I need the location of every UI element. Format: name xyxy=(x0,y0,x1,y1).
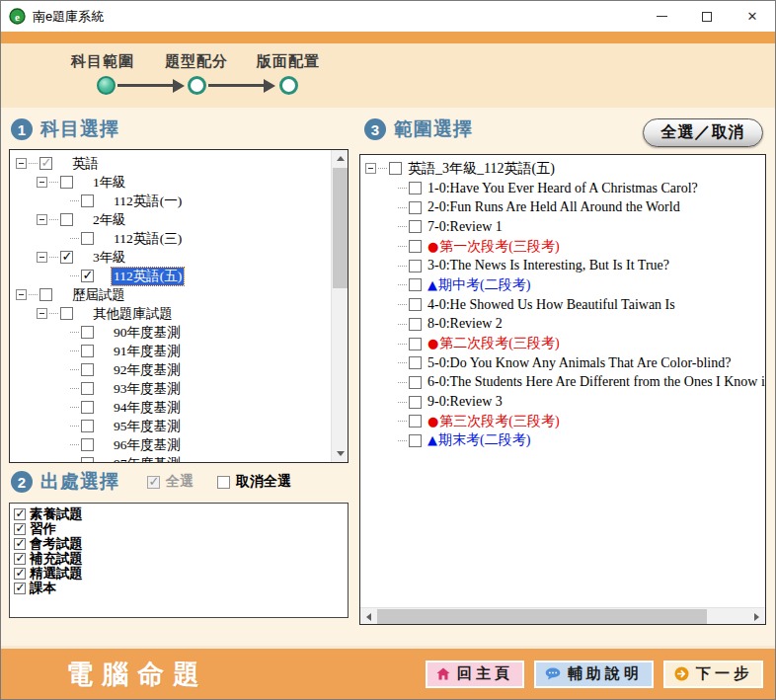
checkbox-empty-icon[interactable] xyxy=(409,278,422,291)
expander-minus-icon[interactable] xyxy=(37,252,47,263)
checkbox-checked-icon[interactable] xyxy=(14,568,26,580)
checkbox-empty-icon[interactable] xyxy=(409,338,422,350)
tree-item[interactable]: 97年度基測 xyxy=(10,454,331,462)
tree-item[interactable]: 91年度基測 xyxy=(10,342,331,360)
tree-item[interactable]: 112英語(三) xyxy=(10,229,331,248)
tree-item[interactable]: 2年級 xyxy=(10,210,331,229)
checkbox-empty-icon[interactable] xyxy=(81,326,94,339)
scroll-left-button[interactable] xyxy=(360,608,377,625)
tree-item[interactable]: 96年度基測 xyxy=(10,435,331,454)
tree-connector-line xyxy=(398,188,407,189)
next-step-button[interactable]: 下一步 xyxy=(663,661,763,688)
expander-minus-icon[interactable] xyxy=(365,163,376,174)
tree-item[interactable]: ●第二次段考(三段考) xyxy=(360,334,765,353)
subject-tree-scrollbar[interactable] xyxy=(331,150,348,462)
tree-item[interactable]: 8-0:Review 2 xyxy=(360,315,765,335)
tree-item[interactable]: ●第三次段考(三段考) xyxy=(360,412,765,431)
expander-minus-icon[interactable] xyxy=(16,158,27,169)
minimize-button[interactable] xyxy=(639,1,684,32)
source-list-item[interactable]: 精選試題 xyxy=(12,566,346,581)
tree-item[interactable]: 歷屆試題 xyxy=(10,285,331,304)
tree-item[interactable]: 95年度基測 xyxy=(10,417,331,435)
tree-item[interactable]: 7-0:Review 1 xyxy=(360,217,765,237)
close-button[interactable]: ✕ xyxy=(730,1,775,32)
tree-item[interactable]: 英語_3年級_112英語(五) xyxy=(360,159,765,179)
checkbox-empty-icon[interactable] xyxy=(60,307,73,320)
tree-item[interactable]: 112英語(一) xyxy=(10,192,331,210)
checkbox-empty-icon[interactable] xyxy=(409,376,422,389)
tree-item[interactable]: 其他題庫試題 xyxy=(10,304,331,323)
select-all-checkbox[interactable]: 全選 xyxy=(147,473,194,491)
expander-minus-icon[interactable] xyxy=(37,177,47,188)
scroll-up-button[interactable] xyxy=(332,150,349,167)
checkbox-checked-icon[interactable] xyxy=(14,583,26,594)
tree-item[interactable]: 英語 xyxy=(10,154,331,173)
tree-item[interactable]: ●第一次段考(三段考) xyxy=(360,237,765,257)
checkbox-checked-icon[interactable] xyxy=(81,270,94,282)
checkbox-checked-icon[interactable] xyxy=(14,538,26,550)
checkbox-empty-icon[interactable] xyxy=(409,318,422,331)
tree-item[interactable]: ▲期末考(二段考) xyxy=(360,431,765,451)
checkbox-empty-icon[interactable] xyxy=(81,401,94,414)
checkbox-checked-icon[interactable] xyxy=(14,523,26,535)
tree-item[interactable]: 9-0:Review 3 xyxy=(360,392,765,412)
tree-item[interactable]: 6-0:The Students Here Are Different from… xyxy=(360,373,765,393)
checkbox-empty-icon[interactable] xyxy=(81,438,94,451)
home-button[interactable]: 回主頁 xyxy=(426,661,524,688)
checkbox-empty-icon[interactable] xyxy=(409,434,422,447)
tree-item[interactable]: 3-0:The News Is Interesting, But Is It T… xyxy=(360,256,765,275)
deselect-all-checkbox[interactable]: 取消全選 xyxy=(217,473,291,491)
tree-item[interactable]: 3年級 xyxy=(10,248,331,267)
expander-minus-icon[interactable] xyxy=(37,308,47,319)
checkbox-empty-icon[interactable] xyxy=(409,260,422,272)
checkbox-empty-icon[interactable] xyxy=(409,356,422,369)
checkbox-checked-icon[interactable] xyxy=(14,508,26,520)
tree-item[interactable]: 2-0:Fun Runs Are Held All Around the Wor… xyxy=(360,197,765,217)
checkbox-empty-icon[interactable] xyxy=(409,240,422,253)
checkbox-empty-icon[interactable] xyxy=(409,298,422,311)
tree-item[interactable]: ▲期中考(二段考) xyxy=(360,275,765,295)
checkbox-empty-icon[interactable] xyxy=(409,201,422,214)
checkbox-empty-icon[interactable] xyxy=(81,232,94,245)
tree-item[interactable]: 112英語(五) xyxy=(10,267,331,285)
checkbox-empty-icon[interactable] xyxy=(81,420,94,432)
tree-item[interactable]: 90年度基測 xyxy=(10,323,331,342)
tree-connector-line xyxy=(398,421,407,422)
checkbox-empty-icon[interactable] xyxy=(389,162,402,175)
tree-item[interactable]: 1-0:Have You Ever Heard of A Christmas C… xyxy=(360,179,765,198)
maximize-button[interactable] xyxy=(684,1,730,32)
help-button[interactable]: 輔助說明 xyxy=(534,661,654,688)
checkbox-empty-icon[interactable] xyxy=(409,182,422,194)
next-button-label: 下一步 xyxy=(696,664,752,683)
checkbox-empty-icon[interactable] xyxy=(60,213,73,226)
scroll-down-button[interactable] xyxy=(332,445,349,462)
tree-item[interactable]: 93年度基測 xyxy=(10,379,331,398)
tree-item[interactable]: 4-0:He Showed Us How Beautiful Taiwan Is xyxy=(360,295,765,315)
checkbox-empty-icon[interactable] xyxy=(60,176,73,189)
expander-minus-icon[interactable] xyxy=(37,214,47,225)
checkbox-empty-icon[interactable] xyxy=(81,457,94,462)
tree-item[interactable]: 94年度基測 xyxy=(10,398,331,417)
select-all-toggle-button[interactable]: 全選／取消 xyxy=(643,118,763,147)
source-list-item[interactable]: 素養試題 xyxy=(12,506,346,521)
checkbox-checked-icon[interactable] xyxy=(60,251,73,264)
checkbox-empty-icon[interactable] xyxy=(81,382,94,395)
scrollbar-thumb[interactable] xyxy=(333,168,348,288)
tree-item[interactable]: 5-0:Do You Know Any Animals That Are Col… xyxy=(360,353,765,373)
checkbox-empty-icon[interactable] xyxy=(81,363,94,376)
scrollbar-thumb[interactable] xyxy=(377,609,707,624)
checkbox-empty-icon[interactable] xyxy=(409,220,422,233)
source-list-item[interactable]: 課本 xyxy=(12,581,346,595)
checkbox-empty-icon[interactable] xyxy=(409,415,422,428)
checkbox-empty-icon[interactable] xyxy=(81,194,94,207)
tree-item[interactable]: 92年度基測 xyxy=(10,360,331,379)
checkbox-empty-icon[interactable] xyxy=(409,396,422,409)
checkbox-empty-icon[interactable] xyxy=(39,288,52,301)
expander-minus-icon[interactable] xyxy=(16,289,27,300)
scope-tree-scrollbar[interactable] xyxy=(360,607,765,624)
checkbox-checked-icon[interactable] xyxy=(39,157,52,170)
scroll-right-button[interactable] xyxy=(748,608,765,625)
checkbox-checked-icon[interactable] xyxy=(14,553,26,565)
checkbox-empty-icon[interactable] xyxy=(81,345,94,357)
tree-item[interactable]: 1年級 xyxy=(10,173,331,192)
